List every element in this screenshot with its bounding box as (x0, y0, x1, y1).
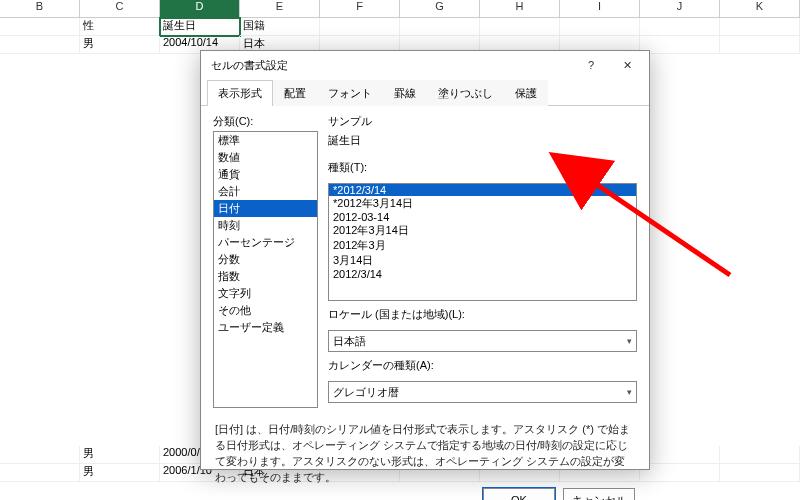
dialog-title: セルの書式設定 (211, 58, 288, 73)
cell[interactable] (0, 464, 80, 482)
chevron-down-icon: ▾ (627, 336, 632, 346)
tab-3[interactable]: 罫線 (383, 80, 427, 106)
cell[interactable] (560, 18, 640, 36)
cell[interactable] (320, 18, 400, 36)
dialog-tabs: 表示形式配置フォント罫線塗りつぶし保護 (201, 79, 649, 106)
help-button[interactable]: ? (573, 52, 609, 78)
type-item[interactable]: 3月14日 (329, 253, 636, 268)
cell[interactable]: 国籍 (240, 18, 320, 36)
category-item[interactable]: パーセンテージ (214, 234, 317, 251)
locale-label: ロケール (国または地域)(L): (328, 307, 637, 322)
column-header[interactable]: J (640, 0, 720, 17)
type-item[interactable]: *2012/3/14 (329, 184, 636, 196)
column-header[interactable]: H (480, 0, 560, 17)
column-header[interactable]: F (320, 0, 400, 17)
column-header[interactable]: G (400, 0, 480, 17)
tab-0[interactable]: 表示形式 (207, 80, 273, 106)
column-header[interactable]: B (0, 0, 80, 17)
cell[interactable] (640, 464, 720, 482)
type-label: 種類(T): (328, 160, 637, 175)
type-item[interactable]: 2012-03-14 (329, 211, 636, 223)
sample-value: 誕生日 (328, 131, 637, 154)
column-header[interactable]: E (240, 0, 320, 17)
calendar-label: カレンダーの種類(A): (328, 358, 637, 373)
cell[interactable]: 誕生日 (160, 18, 240, 36)
column-header[interactable]: I (560, 0, 640, 17)
cell[interactable]: 男 (80, 36, 160, 54)
tab-1[interactable]: 配置 (273, 80, 317, 106)
cell[interactable] (480, 18, 560, 36)
type-item[interactable]: 2012年3月 (329, 238, 636, 253)
dialog-titlebar: セルの書式設定 ? ✕ (201, 51, 649, 79)
type-item[interactable]: 2012/3/14 (329, 268, 636, 280)
category-item[interactable]: 通貨 (214, 166, 317, 183)
cell[interactable] (0, 446, 80, 464)
ok-button[interactable]: OK (483, 488, 555, 500)
category-item[interactable]: 分数 (214, 251, 317, 268)
format-cells-dialog: セルの書式設定 ? ✕ 表示形式配置フォント罫線塗りつぶし保護 分類(C): 標… (200, 50, 650, 470)
cell[interactable]: 男 (80, 446, 160, 464)
category-item[interactable]: 日付 (214, 200, 317, 217)
category-item[interactable]: 文字列 (214, 285, 317, 302)
cell[interactable] (720, 464, 800, 482)
cell[interactable] (720, 36, 800, 54)
locale-value: 日本語 (333, 334, 366, 349)
category-item[interactable]: 時刻 (214, 217, 317, 234)
cell[interactable] (0, 18, 80, 36)
close-button[interactable]: ✕ (609, 52, 645, 78)
column-header[interactable]: C (80, 0, 160, 17)
type-item[interactable]: *2012年3月14日 (329, 196, 636, 211)
cell[interactable] (400, 18, 480, 36)
category-item[interactable]: ユーザー定義 (214, 319, 317, 336)
calendar-value: グレゴリオ暦 (333, 385, 399, 400)
category-item[interactable]: 指数 (214, 268, 317, 285)
locale-combo[interactable]: 日本語 ▾ (328, 330, 637, 352)
cell[interactable] (0, 36, 80, 54)
cell[interactable]: 性 (80, 18, 160, 36)
category-label: 分類(C): (213, 114, 318, 129)
category-item[interactable]: 標準 (214, 132, 317, 149)
column-header[interactable]: D (160, 0, 240, 17)
cell[interactable] (720, 18, 800, 36)
calendar-combo[interactable]: グレゴリオ暦 ▾ (328, 381, 637, 403)
column-header[interactable]: K (720, 0, 800, 17)
tab-5[interactable]: 保護 (504, 80, 548, 106)
format-description: [日付] は、日付/時刻のシリアル値を日付形式で表示します。アスタリスク (*)… (201, 416, 649, 480)
sample-label: サンプル (328, 114, 637, 129)
type-item[interactable]: 2012年3月14日 (329, 223, 636, 238)
cell[interactable] (720, 446, 800, 464)
cell[interactable] (640, 446, 720, 464)
cell[interactable] (640, 36, 720, 54)
column-headers: BCDEFGHIJK (0, 0, 800, 18)
chevron-down-icon: ▾ (627, 387, 632, 397)
category-item[interactable]: 会計 (214, 183, 317, 200)
cell[interactable] (640, 18, 720, 36)
type-list[interactable]: *2012/3/14*2012年3月14日2012-03-142012年3月14… (328, 183, 637, 301)
tab-4[interactable]: 塗りつぶし (427, 80, 504, 106)
category-item[interactable]: その他 (214, 302, 317, 319)
cell[interactable]: 男 (80, 464, 160, 482)
category-list[interactable]: 標準数値通貨会計日付時刻パーセンテージ分数指数文字列その他ユーザー定義 (213, 131, 318, 408)
tab-2[interactable]: フォント (317, 80, 383, 106)
cancel-button[interactable]: キャンセル (563, 488, 635, 500)
category-item[interactable]: 数値 (214, 149, 317, 166)
